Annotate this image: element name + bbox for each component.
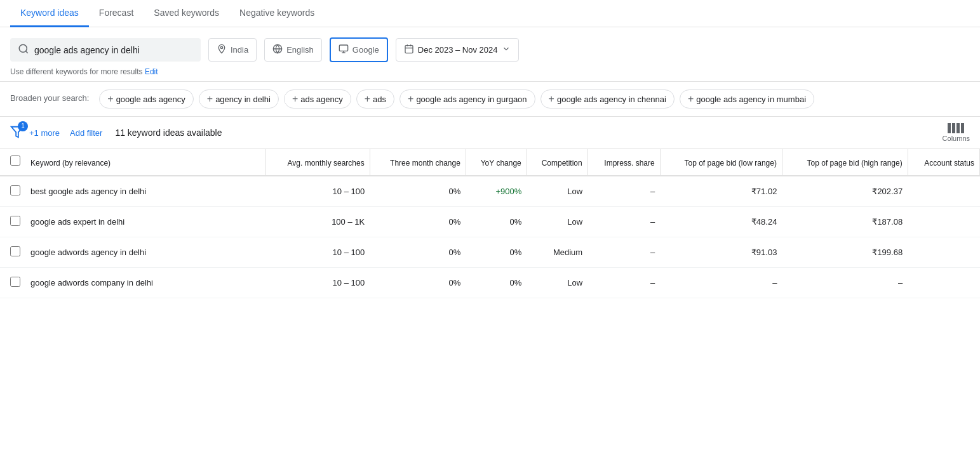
impression-share-value: – <box>587 206 660 237</box>
tab-negative-keywords[interactable]: Negative keywords <box>229 0 325 27</box>
search-icon <box>18 43 29 56</box>
plus-more-link[interactable]: +1 more <box>29 128 60 138</box>
broaden-chip[interactable]: +ads agency <box>284 89 351 109</box>
svg-rect-3 <box>339 45 347 51</box>
header-avg-monthly[interactable]: Avg. monthly searches <box>266 149 370 176</box>
impression-share-value: – <box>587 267 660 298</box>
search-area: India English Google Dec 2023 – Nov 2024 <box>0 27 980 67</box>
three-month-value: 0% <box>370 206 466 237</box>
row-checkbox[interactable] <box>10 246 20 256</box>
broaden-chip[interactable]: +google ads agency in gurgaon <box>399 89 535 109</box>
header-three-month[interactable]: Three month change <box>370 149 466 176</box>
yoy-value: 0% <box>466 237 527 267</box>
engine-icon <box>339 44 349 56</box>
header-yoy[interactable]: YoY change <box>466 149 527 176</box>
row-checkbox-cell[interactable] <box>0 176 25 207</box>
tab-saved-keywords[interactable]: Saved keywords <box>144 0 229 27</box>
filter-badge: 1 <box>18 121 28 131</box>
competition-value: Low <box>527 267 587 298</box>
row-checkbox[interactable] <box>10 277 20 287</box>
date-range-filter[interactable]: Dec 2023 – Nov 2024 <box>396 38 519 62</box>
search-input[interactable] <box>34 45 187 55</box>
plus-icon: + <box>292 93 298 105</box>
top-bid-high-value: ₹202.37 <box>782 176 908 207</box>
svg-point-2 <box>220 46 222 48</box>
engine-filter[interactable]: Google <box>330 37 388 62</box>
header-competition[interactable]: Compe­tition <box>527 149 587 176</box>
competition-value: Medium <box>527 237 587 267</box>
keywords-count: 11 keyword ideas available <box>115 128 222 138</box>
avg-monthly-value: 100 – 1K <box>266 206 370 237</box>
keyword-name: google ads expert in delhi <box>25 206 266 237</box>
location-icon <box>217 44 227 56</box>
competition-value: Low <box>527 206 587 237</box>
columns-label: Columns <box>943 135 970 142</box>
broaden-chips: +google ads agency+agency in delhi+ads a… <box>99 89 814 109</box>
header-top-bid-high[interactable]: Top of page bid (high range) <box>782 149 908 176</box>
account-status-value <box>908 267 979 298</box>
hint-text: Use different keywords for more results <box>10 67 143 76</box>
keyword-name: google adwords company in delhi <box>25 267 266 298</box>
broaden-chip[interactable]: +ads <box>356 89 394 109</box>
broaden-chip[interactable]: +google ads agency <box>99 89 194 109</box>
header-impression-share[interactable]: Impress. share <box>587 149 660 176</box>
plus-icon: + <box>688 93 694 105</box>
table-row: google adwords company in delhi 10 – 100… <box>0 267 980 298</box>
three-month-value: 0% <box>370 267 466 298</box>
date-range-label: Dec 2023 – Nov 2024 <box>418 45 498 55</box>
table-row: best google ads agency in delhi 10 – 100… <box>0 176 980 207</box>
header-account-status[interactable]: Account status <box>908 149 979 176</box>
keywords-table: Keyword (by relevance) Avg. monthly sear… <box>0 149 980 298</box>
svg-rect-6 <box>405 46 413 53</box>
table-body: best google ads agency in delhi 10 – 100… <box>0 176 980 298</box>
three-month-value: 0% <box>370 176 466 207</box>
broaden-chip[interactable]: +google ads agency in chennai <box>540 89 675 109</box>
columns-button[interactable]: Columns <box>943 123 970 142</box>
avg-monthly-value: 10 – 100 <box>266 267 370 298</box>
location-label: India <box>231 45 248 55</box>
tab-keyword-ideas[interactable]: Keyword ideas <box>10 0 89 27</box>
plus-icon: + <box>365 93 370 105</box>
header-select-all[interactable] <box>0 149 25 176</box>
engine-label: Google <box>352 45 379 55</box>
add-filter-button[interactable]: Add filter <box>65 126 107 140</box>
broaden-row: Broaden your search: +google ads agency+… <box>0 81 980 117</box>
filter-icon-wrap: 1 <box>10 125 24 141</box>
top-bid-high-value: ₹187.08 <box>782 206 908 237</box>
three-month-value: 0% <box>370 237 466 267</box>
language-label: English <box>286 45 314 55</box>
location-filter[interactable]: India <box>208 38 257 62</box>
hint-row: Use different keywords for more results … <box>0 67 980 81</box>
header-top-bid-low[interactable]: Top of page bid (low range) <box>660 149 782 176</box>
keyword-name: google adwords agency in delhi <box>25 237 266 267</box>
account-status-value <box>908 206 979 237</box>
top-bid-low-value: – <box>660 267 782 298</box>
calendar-icon <box>404 44 414 56</box>
row-checkbox[interactable] <box>10 216 20 226</box>
yoy-value: +900% <box>466 176 527 207</box>
competition-value: Low <box>527 176 587 207</box>
broaden-chip[interactable]: +agency in delhi <box>199 89 279 109</box>
impression-share-value: – <box>587 237 660 267</box>
avg-monthly-value: 10 – 100 <box>266 176 370 207</box>
chevron-down-icon <box>502 44 511 55</box>
keywords-table-wrap: Keyword (by relevance) Avg. monthly sear… <box>0 149 980 298</box>
top-bid-high-value: – <box>782 267 908 298</box>
row-checkbox-cell[interactable] <box>0 237 25 267</box>
select-all-checkbox[interactable] <box>10 155 20 166</box>
yoy-value: 0% <box>466 267 527 298</box>
plus-icon: + <box>408 93 413 105</box>
broaden-chip[interactable]: +google ads agency in mumbai <box>680 89 814 109</box>
edit-link[interactable]: Edit <box>145 67 158 76</box>
tab-forecast[interactable]: Forecast <box>89 0 144 27</box>
row-checkbox-cell[interactable] <box>0 267 25 298</box>
row-checkbox[interactable] <box>10 185 20 195</box>
top-bid-low-value: ₹91.03 <box>660 237 782 267</box>
header-keyword[interactable]: Keyword (by relevance) <box>25 149 266 176</box>
account-status-value <box>908 176 979 207</box>
language-filter[interactable]: English <box>264 38 322 62</box>
row-checkbox-cell[interactable] <box>0 206 25 237</box>
table-row: google ads expert in delhi 100 – 1K 0% 0… <box>0 206 980 237</box>
svg-line-1 <box>25 51 27 53</box>
broaden-label: Broaden your search: <box>10 89 89 103</box>
